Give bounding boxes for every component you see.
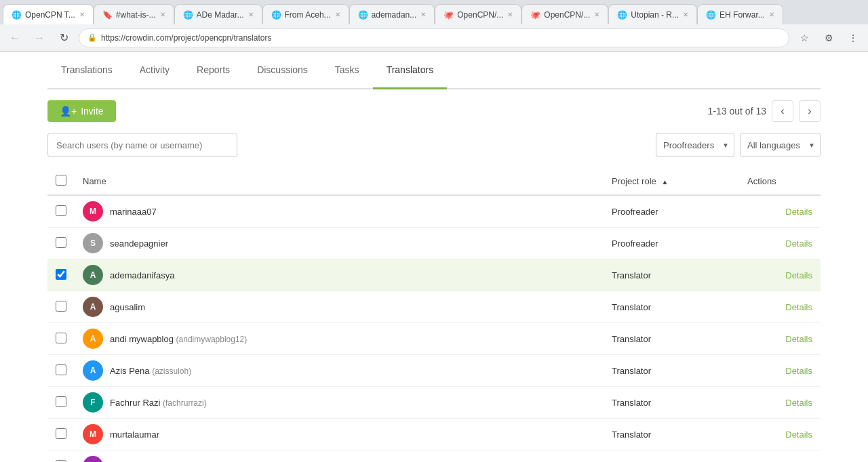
forward-button[interactable]: →: [30, 28, 49, 47]
table-header: Name Project role ▲ Actions: [47, 168, 821, 195]
details-link[interactable]: Details: [785, 270, 812, 280]
role-cell: Translator: [604, 387, 739, 419]
user-cell: R Rahmatillah12: [83, 456, 595, 462]
name-cell: R Rahmatillah12: [75, 450, 604, 463]
details-link[interactable]: Details: [785, 302, 812, 312]
user-name: agusalim: [110, 302, 145, 312]
invite-button[interactable]: 👤+ Invite: [47, 100, 116, 122]
checkbox-cell: [47, 387, 75, 419]
tab-favicon: 🌐: [358, 10, 368, 20]
address-bar[interactable]: 🔒 https://crowdin.com/project/opencpn/tr…: [79, 28, 789, 47]
browser-tab-tab7[interactable]: 🐙 OpenCPN/... ✕: [521, 4, 608, 24]
row-checkbox[interactable]: [56, 205, 66, 216]
tab-close-icon[interactable]: ✕: [769, 11, 774, 18]
browser-tab-tab2[interactable]: 🔖 #what-is-... ✕: [94, 4, 174, 24]
details-link[interactable]: Details: [785, 207, 812, 217]
row-checkbox[interactable]: [56, 364, 66, 375]
tab-tasks[interactable]: Tasks: [321, 52, 373, 89]
user-username: (azissuloh): [152, 366, 191, 376]
actions-cell: Details: [739, 291, 821, 323]
user-name: Azis Pena (azissuloh): [110, 366, 191, 376]
tab-title: ADe Madar...: [197, 10, 244, 20]
role-filter[interactable]: Proofreaders Translators All: [656, 133, 734, 157]
name-cell: F Fachrur Razi (fachrurrazi): [75, 387, 604, 419]
role-value: Translator: [612, 398, 651, 408]
tab-close-icon[interactable]: ✕: [160, 11, 165, 18]
tab-close-icon[interactable]: ✕: [507, 11, 513, 18]
details-link[interactable]: Details: [785, 398, 812, 408]
user-cell: M marinaaa07: [83, 201, 595, 222]
actions-cell: Details: [739, 355, 821, 387]
reload-button[interactable]: ↻: [54, 28, 73, 47]
tab-favicon: 🌐: [617, 10, 627, 20]
tab-close-icon[interactable]: ✕: [335, 11, 340, 18]
tab-close-icon[interactable]: ✕: [594, 11, 599, 18]
lock-icon: 🔒: [87, 33, 97, 42]
tab-activity[interactable]: Activity: [126, 52, 183, 89]
extensions-icon[interactable]: ⚙: [819, 28, 838, 47]
actions-cell: Details: [739, 450, 821, 463]
header-checkbox-col: [47, 168, 75, 195]
name-cell: M marinaaa07: [75, 195, 604, 228]
back-button[interactable]: ←: [5, 28, 24, 47]
row-checkbox[interactable]: [56, 460, 66, 463]
header-actions: Actions: [739, 168, 821, 195]
user-name: Fachrur Razi (fachrurrazi): [110, 398, 207, 408]
browser-tab-tab5[interactable]: 🌐 ademadan... ✕: [349, 4, 435, 24]
details-link[interactable]: Details: [785, 238, 812, 249]
browser-chrome: 🌐 OpenCPN T... ✕ 🔖 #what-is-... ✕ 🌐 ADe …: [0, 0, 868, 52]
details-link[interactable]: Details: [785, 366, 812, 376]
role-value: Translator: [612, 270, 651, 280]
user-cell: A andi mywapblog (andimywapblog12): [83, 329, 595, 349]
row-checkbox[interactable]: [56, 301, 66, 312]
tab-translators[interactable]: Translators: [373, 52, 448, 89]
row-checkbox[interactable]: [56, 333, 66, 343]
tab-discussions[interactable]: Discussions: [243, 52, 321, 89]
select-all-checkbox[interactable]: [56, 175, 66, 186]
browser-tab-tab4[interactable]: 🌐 From Aceh... ✕: [262, 4, 349, 24]
tab-close-icon[interactable]: ✕: [79, 11, 85, 18]
prev-page-button[interactable]: ‹: [772, 100, 793, 122]
role-cell: Proofreader: [604, 228, 739, 259]
header-role[interactable]: Project role ▲: [604, 168, 739, 195]
tab-favicon: 🌐: [183, 10, 193, 20]
browser-tab-tab9[interactable]: 🌐 EH Forwar... ✕: [697, 4, 783, 24]
row-checkbox[interactable]: [56, 269, 66, 280]
browser-tab-tab3[interactable]: 🌐 ADe Madar... ✕: [174, 4, 262, 24]
tab-favicon: 🌐: [271, 10, 281, 20]
tab-close-icon[interactable]: ✕: [420, 11, 426, 18]
browser-tab-tab6[interactable]: 🐙 OpenCPN/... ✕: [435, 4, 521, 24]
tab-title: EH Forwar...: [719, 10, 765, 20]
avatar: A: [83, 265, 103, 285]
tab-close-icon[interactable]: ✕: [248, 11, 254, 18]
next-page-button[interactable]: ›: [799, 100, 821, 122]
user-cell: M murtalaumar: [83, 424, 595, 444]
tab-close-icon[interactable]: ✕: [683, 11, 688, 18]
avatar: S: [83, 233, 103, 253]
row-checkbox[interactable]: [56, 396, 66, 407]
avatar: F: [83, 392, 103, 413]
details-link[interactable]: Details: [785, 334, 812, 344]
pagination-info: 1-13 out of 13 ‹ ›: [708, 100, 821, 122]
menu-icon[interactable]: ⋮: [844, 28, 863, 47]
row-checkbox[interactable]: [56, 237, 66, 248]
details-link[interactable]: Details: [785, 429, 812, 440]
browser-tab-tab1[interactable]: 🌐 OpenCPN T... ✕: [3, 4, 94, 24]
actions-cell: Details: [739, 419, 821, 450]
table-row: M marinaaa07 Proofreader Details: [47, 195, 821, 228]
tab-reports[interactable]: Reports: [183, 52, 243, 89]
sort-icon: ▲: [661, 178, 668, 186]
tab-translations[interactable]: Translations: [47, 52, 126, 89]
row-checkbox[interactable]: [56, 428, 66, 439]
role-cell: Translator: [604, 291, 739, 323]
language-filter[interactable]: All languages: [740, 133, 821, 157]
browser-tab-tab8[interactable]: 🌐 Utopian - R... ✕: [608, 4, 697, 24]
page-wrapper: Translations Activity Reports Discussion…: [0, 52, 868, 462]
role-cell: Translator: [604, 323, 739, 355]
search-input[interactable]: [47, 133, 237, 157]
checkbox-cell: [47, 355, 75, 387]
actions-cell: Details: [739, 259, 821, 291]
name-cell: S seandepagnier: [75, 228, 604, 259]
role-cell: Translator: [604, 355, 739, 387]
bookmarks-icon[interactable]: ☆: [795, 28, 814, 47]
